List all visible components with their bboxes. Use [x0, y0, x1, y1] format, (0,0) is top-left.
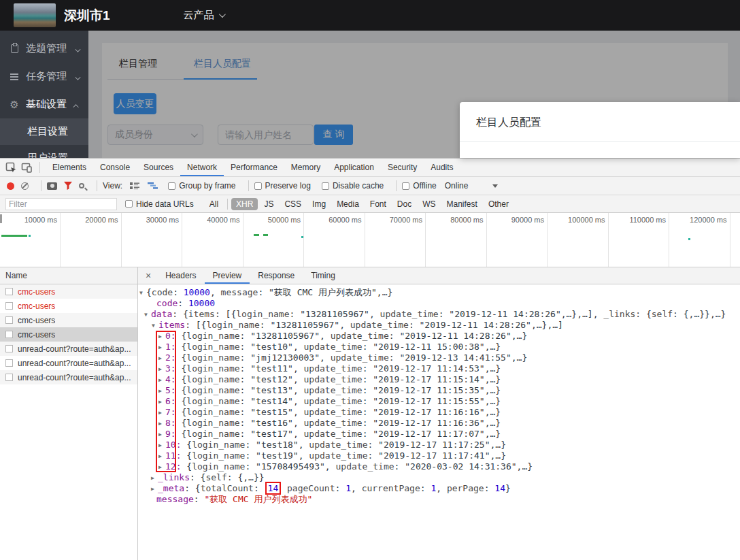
- filter-pill-img[interactable]: Img: [307, 198, 331, 210]
- collapsed-arrow-icon[interactable]: ▶: [158, 418, 165, 429]
- filter-funnel-icon[interactable]: [64, 182, 72, 190]
- devtools-tab-network[interactable]: Network: [180, 159, 224, 176]
- sidebar-subitem-1[interactable]: 栏目设置: [0, 118, 88, 145]
- filter-input[interactable]: [5, 198, 117, 210]
- collapsed-arrow-icon[interactable]: ▶: [151, 473, 158, 484]
- filter-pill-css[interactable]: CSS: [280, 198, 306, 210]
- waterfall-icon[interactable]: [147, 181, 158, 191]
- detail-tab-preview[interactable]: Preview: [205, 267, 250, 284]
- json-tree-row[interactable]: message: "获取 CMC 用户列表成功": [138, 494, 740, 505]
- json-tree-row[interactable]: ▶11: {login_name: "test19", update_time:…: [138, 450, 740, 461]
- collapsed-arrow-icon[interactable]: ▶: [158, 397, 165, 408]
- throttling-dropdown-icon[interactable]: [492, 184, 498, 188]
- devtools-tab-application[interactable]: Application: [327, 159, 381, 176]
- collapsed-arrow-icon[interactable]: ▶: [158, 462, 165, 473]
- devtools-tab-memory[interactable]: Memory: [284, 159, 327, 176]
- device-toolbar-icon[interactable]: [21, 162, 33, 174]
- view-list-icon[interactable]: [129, 181, 140, 191]
- collapsed-arrow-icon[interactable]: ▶: [158, 364, 165, 375]
- hide-data-urls-checkbox[interactable]: [125, 200, 133, 208]
- filter-pill-js[interactable]: JS: [259, 198, 278, 210]
- filter-pill-manifest[interactable]: Manifest: [442, 198, 482, 210]
- json-tree-row[interactable]: ▶0: {login_name: "13281105967", update_t…: [138, 331, 740, 342]
- json-tree-row[interactable]: ▶5: {login_name: "test13", update_time: …: [138, 385, 740, 396]
- filter-pill-xhr[interactable]: XHR: [231, 198, 258, 210]
- json-token-pk: pageCount: [287, 483, 335, 493]
- json-tree-row[interactable]: ▶3: {login_name: "test11", update_time: …: [138, 363, 740, 374]
- inspect-element-icon[interactable]: [5, 162, 17, 174]
- request-row[interactable]: unread-count?route=auth&ap...: [0, 342, 137, 356]
- expanded-arrow-icon[interactable]: ▼: [152, 320, 158, 331]
- json-tree-row[interactable]: ▶12: {login_name: "15708495493", update_…: [138, 461, 740, 472]
- collapsed-arrow-icon[interactable]: ▶: [158, 429, 165, 440]
- collapsed-arrow-icon[interactable]: ▶: [158, 386, 165, 397]
- request-row[interactable]: cmc-users: [0, 327, 137, 342]
- expanded-arrow-icon[interactable]: ▼: [139, 288, 146, 299]
- expanded-arrow-icon[interactable]: ▼: [144, 310, 151, 320]
- filter-pill-doc[interactable]: Doc: [392, 198, 416, 210]
- collapsed-arrow-icon[interactable]: ▶: [158, 451, 165, 462]
- detail-tab-response[interactable]: Response: [250, 267, 303, 284]
- request-row[interactable]: unread-count?route=auth&ap...: [0, 356, 137, 370]
- collapsed-arrow-icon[interactable]: ▶: [158, 440, 165, 451]
- filter-pill-media[interactable]: Media: [332, 198, 364, 210]
- json-tree-row[interactable]: ▶4: {login_name: "test12", update_time: …: [138, 374, 740, 385]
- collapsed-arrow-icon[interactable]: ▶: [158, 375, 165, 386]
- json-tree-row[interactable]: ▶_links: {self: {,…}}: [138, 472, 740, 483]
- network-overview-timeline[interactable]: 10000 ms20000 ms30000 ms40000 ms50000 ms…: [0, 213, 740, 267]
- json-tree-row[interactable]: ▶10: {login_name: "test18", update_time:…: [138, 440, 740, 450]
- devtools-tab-audits[interactable]: Audits: [424, 159, 460, 176]
- filter-pill-all[interactable]: All: [205, 198, 223, 210]
- throttling-select[interactable]: Online: [445, 181, 469, 191]
- request-row[interactable]: cmc-users: [0, 313, 137, 327]
- detail-tab-timing[interactable]: Timing: [303, 267, 343, 284]
- json-tree-row[interactable]: ▶2: {login_name: "jmj12130003", update_t…: [138, 352, 740, 363]
- json-tree-row[interactable]: ▶6: {login_name: "test14", update_time: …: [138, 396, 740, 407]
- sidebar-subitem-2[interactable]: 用户设置: [0, 145, 88, 158]
- sidebar-item-3[interactable]: ⚙基础设置: [0, 90, 88, 118]
- json-tree-row[interactable]: ▶9: {login_name: "test17", update_time: …: [138, 429, 740, 440]
- filter-pill-ws[interactable]: WS: [418, 198, 440, 210]
- filter-pill-font[interactable]: Font: [365, 198, 391, 210]
- clear-icon[interactable]: [21, 182, 29, 190]
- disable-cache-checkbox[interactable]: [322, 182, 329, 190]
- timeline-tick-label: 70000 ms: [367, 216, 422, 224]
- request-row[interactable]: unread-count?route=auth&ap...: [0, 370, 137, 384]
- json-tree-row[interactable]: ▶1: {login_name: "test10", update_time: …: [138, 342, 740, 352]
- sidebar-item-2[interactable]: 任务管理: [0, 63, 88, 90]
- json-tree-row[interactable]: ▼data: {items: [{login_name: "1328110596…: [138, 309, 740, 320]
- collapsed-arrow-icon[interactable]: ▶: [158, 342, 165, 353]
- json-tree-row[interactable]: ▼items: [{login_name: "13281105967", upd…: [138, 320, 740, 331]
- filter-pill-other[interactable]: Other: [484, 198, 514, 210]
- json-tree-row[interactable]: ▼{code: 10000, message: "获取 CMC 用户列表成功",…: [138, 287, 740, 298]
- request-row[interactable]: cmc-users: [0, 299, 137, 313]
- json-token-ps: "test10": [250, 342, 293, 352]
- devtools-tab-performance[interactable]: Performance: [224, 159, 284, 176]
- capture-screenshots-icon[interactable]: [47, 182, 57, 190]
- request-timing-mark: [263, 234, 268, 236]
- json-tree-row[interactable]: code: 10000: [138, 298, 740, 309]
- json-token-p: {: [176, 418, 187, 428]
- search-icon[interactable]: [79, 183, 84, 188]
- collapsed-arrow-icon[interactable]: ▶: [158, 353, 165, 364]
- devtools-tab-security[interactable]: Security: [381, 159, 424, 176]
- request-row[interactable]: cmc-users: [0, 284, 137, 299]
- json-tree-row[interactable]: ▶_meta: {totalCount: 14 pageCount: 1, cu…: [138, 483, 740, 494]
- collapsed-arrow-icon[interactable]: ▶: [151, 484, 158, 495]
- name-column-header[interactable]: Name: [0, 267, 137, 284]
- devtools-tab-console[interactable]: Console: [93, 159, 137, 176]
- product-menu[interactable]: 云产品: [184, 9, 224, 22]
- devtools-tab-sources[interactable]: Sources: [137, 159, 180, 176]
- detail-tab-headers[interactable]: Headers: [157, 267, 204, 284]
- preserve-log-checkbox[interactable]: [254, 182, 262, 190]
- devtools-tab-elements[interactable]: Elements: [46, 159, 93, 176]
- record-icon[interactable]: [7, 182, 14, 190]
- json-tree-row[interactable]: ▶8: {login_name: "test16", update_time: …: [138, 418, 740, 429]
- group-by-frame-checkbox[interactable]: [168, 182, 175, 190]
- json-tree-row[interactable]: ▶7: {login_name: "test15", update_time: …: [138, 407, 740, 418]
- collapsed-arrow-icon[interactable]: ▶: [158, 408, 165, 418]
- offline-checkbox[interactable]: [402, 182, 409, 190]
- collapsed-arrow-icon[interactable]: ▶: [158, 331, 165, 342]
- close-icon[interactable]: ×: [138, 270, 157, 281]
- sidebar-item-1[interactable]: 选题管理: [0, 35, 88, 63]
